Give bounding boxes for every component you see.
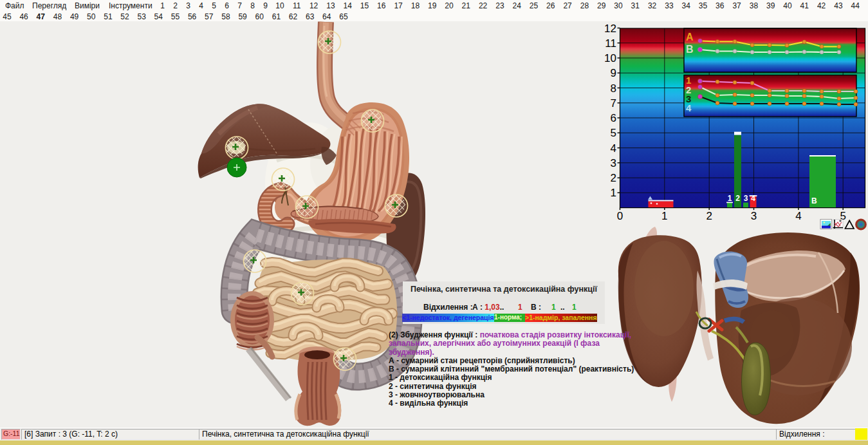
- svg-text:12: 12: [605, 23, 616, 35]
- svg-text:5: 5: [611, 127, 616, 139]
- svg-text:2: 2: [706, 210, 712, 222]
- svg-text:10: 10: [605, 52, 616, 64]
- svg-text:0: 0: [617, 210, 623, 222]
- svg-text:1: 1: [611, 187, 616, 199]
- svg-text:1: 1: [728, 194, 732, 203]
- svg-text:4: 4: [795, 210, 801, 222]
- svg-text:4: 4: [686, 102, 692, 113]
- svg-text:2: 2: [611, 172, 616, 184]
- svg-text:4: 4: [751, 194, 755, 203]
- svg-text:A: A: [686, 32, 694, 43]
- svg-text:7: 7: [611, 97, 616, 109]
- svg-text:3: 3: [744, 194, 748, 203]
- svg-text:B: B: [686, 44, 694, 55]
- svg-text:11: 11: [605, 37, 616, 50]
- svg-text:B: B: [811, 196, 817, 205]
- svg-text:2: 2: [735, 194, 740, 203]
- svg-text:9: 9: [611, 67, 616, 79]
- svg-text:4: 4: [611, 142, 616, 155]
- svg-text:6: 6: [611, 112, 616, 124]
- svg-text:3: 3: [751, 210, 757, 222]
- svg-text:1: 1: [661, 210, 667, 222]
- svg-text:8: 8: [611, 82, 616, 95]
- svg-text:3: 3: [611, 157, 616, 169]
